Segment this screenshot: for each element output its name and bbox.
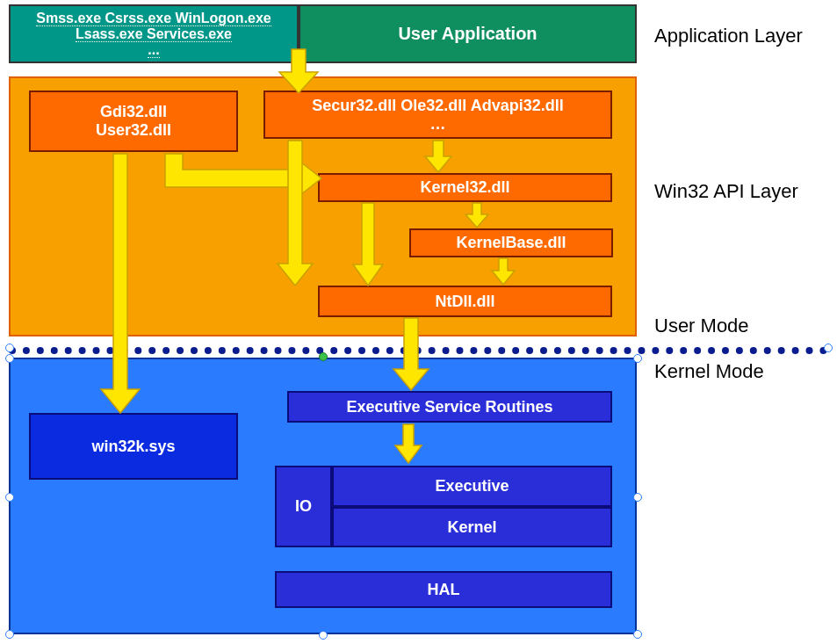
- arrow-api-ntdll-left-icon: [278, 141, 313, 286]
- label-application-layer: Application Layer: [654, 25, 803, 47]
- svg-marker-8: [393, 318, 429, 390]
- arrow-kernelbase-ntdll-icon: [492, 258, 515, 285]
- hal-label: HAL: [428, 581, 460, 599]
- box-secur-ole-advapi: Secur32.dll Ole32.dll Advapi32.dll …: [263, 90, 612, 139]
- selection-handle-right-icon: [824, 344, 833, 352]
- box-hal: HAL: [275, 571, 612, 608]
- sys-procs-line3: ...: [148, 42, 159, 58]
- box-kernel: Kernel: [332, 507, 612, 547]
- arrow-userapp-down-icon: [279, 49, 318, 93]
- box-kernelbase: KernelBase.dll: [409, 228, 613, 257]
- box-kernel32: Kernel32.dll: [318, 173, 612, 202]
- arrow-kernel32-kernelbase-icon: [465, 203, 488, 228]
- label-kernel-mode: Kernel Mode: [654, 360, 764, 383]
- box-system-processes: Smss.exe Csrss.exe WinLogon.exe Lsass.ex…: [9, 4, 299, 63]
- svg-marker-2: [465, 203, 488, 228]
- box-exec-svc-routines: Executive Service Routines: [287, 391, 612, 423]
- kernel32-label: Kernel32.dll: [420, 178, 509, 197]
- svg-marker-1: [425, 141, 451, 172]
- kernel-label: Kernel: [447, 518, 496, 537]
- svg-marker-7: [353, 203, 383, 286]
- win32k-label: win32k.sys: [91, 438, 175, 456]
- exec-svc-label: Executive Service Routines: [346, 398, 552, 416]
- io-label: IO: [295, 497, 312, 516]
- gdi-line2: User32.dll: [96, 121, 171, 140]
- secur-line2: …: [430, 115, 446, 134]
- arrow-gdi-win32k-icon: [101, 154, 140, 413]
- ntdll-label: NtDll.dll: [436, 293, 495, 311]
- label-win32-api-layer: Win32 API Layer: [654, 180, 798, 203]
- rotate-handle-icon: [319, 352, 328, 361]
- selection-handle-tl-icon: [5, 354, 14, 363]
- sys-procs-line1: Smss.exe Csrss.exe WinLogon.exe: [36, 11, 271, 26]
- selection-handle-tr-icon: [633, 354, 642, 363]
- svg-marker-0: [279, 49, 318, 93]
- arrow-kernel32-ntdll-icon: [353, 203, 383, 286]
- secur-line1: Secur32.dll Ole32.dll Advapi32.dll: [312, 97, 563, 115]
- arrow-secur-kernel32-icon: [425, 141, 451, 172]
- gdi-line1: Gdi32.dll: [100, 103, 167, 121]
- svg-marker-5: [101, 154, 140, 413]
- user-app-label: User Application: [398, 24, 537, 44]
- box-io: IO: [275, 466, 332, 547]
- arrow-ntdll-exec-icon: [393, 318, 429, 390]
- selection-handle-bottom-icon: [319, 631, 328, 640]
- box-win32k: win32k.sys: [29, 413, 238, 480]
- selection-handle-midleft-icon: [5, 493, 14, 502]
- label-user-mode: User Mode: [654, 315, 749, 337]
- selection-handle-br-icon: [633, 630, 642, 639]
- arrow-exec-executive-icon: [395, 424, 422, 463]
- kernelbase-label: KernelBase.dll: [456, 234, 566, 252]
- box-executive: Executive: [332, 466, 612, 507]
- box-ntdll: NtDll.dll: [318, 286, 612, 317]
- executive-label: Executive: [435, 477, 509, 496]
- svg-marker-9: [395, 424, 422, 463]
- selection-handle-left-icon: [5, 344, 14, 352]
- svg-marker-3: [492, 258, 515, 285]
- box-user-application: User Application: [299, 4, 637, 63]
- box-gdi-user: Gdi32.dll User32.dll: [29, 90, 238, 152]
- selection-handle-bl-icon: [5, 630, 14, 639]
- selection-handle-midright-icon: [633, 493, 642, 502]
- svg-marker-6: [278, 141, 313, 286]
- sys-procs-line2: Lsass.exe Services.exe: [76, 26, 232, 42]
